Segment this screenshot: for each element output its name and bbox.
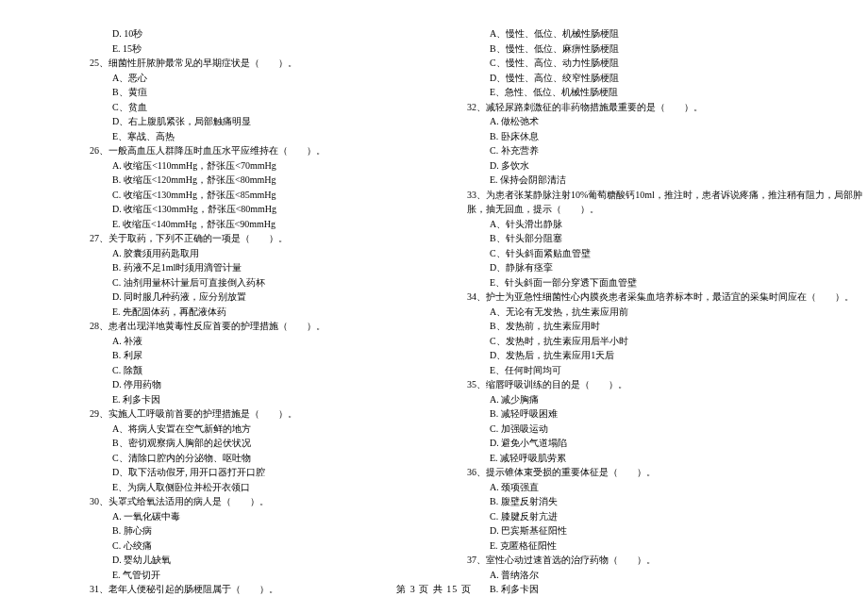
option-line: C、清除口腔内的分泌物、呕吐物 — [90, 451, 429, 466]
option-line: A、针头滑出静脉 — [467, 217, 862, 232]
question-line: 37、室性心动过速首选的治疗药物（ ）。 — [467, 553, 862, 568]
option-line: B. 腹壁反射消失 — [467, 494, 862, 509]
option-line: D、取下活动假牙, 用开口器打开口腔 — [90, 465, 429, 480]
option-line: C、贫血 — [90, 100, 429, 115]
option-line: C. 膝腱反射亢进 — [467, 509, 862, 524]
question-line: 33、为患者张某静脉注射10%葡萄糖酸钙10ml，推注时，患者诉说疼痛，推注稍有… — [467, 188, 862, 203]
option-line: E. 减轻呼吸肌劳累 — [467, 451, 862, 466]
option-line: D. 停用药物 — [90, 377, 429, 392]
option-line: B、慢性、低位、麻痹性肠梗阻 — [467, 41, 862, 57]
option-line: E. 15秒 — [90, 41, 429, 57]
question-line: 35、缩唇呼吸训练的目的是（ ）。 — [467, 377, 862, 392]
option-line: C. 除颤 — [90, 363, 429, 378]
option-line: A. 颈项强直 — [467, 480, 862, 495]
option-line: D、静脉有痉挛 — [467, 260, 862, 275]
option-line: C、针头斜面紧贴血管壁 — [467, 246, 862, 261]
page-content: D. 10秒E. 15秒25、细菌性肝脓肿最常见的早期症状是（ ）。A、恶心B、… — [0, 0, 868, 613]
option-line: D、发热后，抗生素应用1天后 — [467, 348, 862, 363]
option-line: D. 婴幼儿缺氧 — [90, 553, 429, 568]
option-line: C、发热时，抗生素应用后半小时 — [467, 334, 862, 349]
question-line: 28、患者出现洋地黄毒性反应首要的护理措施（ ）。 — [90, 319, 429, 334]
page-footer: 第 3 页 共 15 页 — [0, 583, 868, 596]
option-line: A. 普纳洛尔 — [467, 568, 862, 583]
option-line: A、将病人安置在空气新鲜的地方 — [90, 422, 429, 437]
question-line: 胀，抽无回血，提示（ ）。 — [467, 202, 862, 217]
option-line: D、慢性、高位、绞窄性肠梗阻 — [467, 71, 862, 86]
option-line: B、密切观察病人胸部的起伏状况 — [90, 436, 429, 451]
option-line: E. 利多卡因 — [90, 392, 429, 407]
option-line: B、针头部分阻塞 — [467, 231, 862, 246]
option-line: B、黄疸 — [90, 85, 429, 100]
option-line: E、任何时间均可 — [467, 363, 862, 378]
option-line: B. 利尿 — [90, 348, 429, 363]
option-line: A. 收缩压<110mmHg，舒张压<70mmHg — [90, 158, 429, 174]
question-line: 34、护士为亚急性细菌性心内膜炎患者采集血培养标本时，最适宜的采集时间应在（ ）… — [467, 290, 862, 305]
option-line: E、寒战、高热 — [90, 129, 429, 144]
option-line: C. 油剂用量杯计量后可直接倒入药杯 — [90, 275, 429, 290]
option-line: E、急性、低位、机械性肠梗阻 — [467, 85, 862, 100]
option-line: A、无论有无发热，抗生素应用前 — [467, 305, 862, 320]
option-line: B. 卧床休息 — [467, 129, 862, 144]
option-line: A、慢性、低位、机械性肠梗阻 — [467, 26, 862, 41]
right-column: A、慢性、低位、机械性肠梗阻B、慢性、低位、麻痹性肠梗阻C、慢性、高位、动力性肠… — [467, 26, 862, 597]
option-line: E. 先配固体药，再配液体药 — [90, 305, 429, 320]
option-line: A. 减少胸痛 — [467, 392, 862, 407]
option-line: B. 药液不足1ml时须用滴管计量 — [90, 260, 429, 275]
question-line: 30、头罩式给氧法适用的病人是（ ）。 — [90, 494, 429, 509]
option-line: A. 补液 — [90, 334, 429, 349]
option-line: B. 减轻呼吸困难 — [467, 406, 862, 422]
option-line: D. 巴宾斯基征阳性 — [467, 523, 862, 538]
left-column: D. 10秒E. 15秒25、细菌性肝脓肿最常见的早期症状是（ ）。A、恶心B、… — [90, 26, 429, 597]
option-line: E、为病人取侧卧位并松开衣领口 — [90, 480, 429, 495]
option-line: E. 收缩压<140mmHg，舒张压<90mmHg — [90, 217, 429, 232]
option-line: A、恶心 — [90, 71, 429, 86]
option-line: D. 避免小气道塌陷 — [467, 436, 862, 451]
option-line: C. 心绞痛 — [90, 538, 429, 554]
option-line: C. 补充营养 — [467, 143, 862, 158]
option-line: C. 收缩压<130mmHg，舒张压<85mmHg — [90, 188, 429, 203]
option-line: B、发热前，抗生素应用时 — [467, 319, 862, 334]
question-line: 26、一般高血压人群降压时血压水平应维持在（ ）。 — [90, 143, 429, 158]
option-line: D. 同时服几种药液，应分别放置 — [90, 290, 429, 305]
option-line: A. 做松弛术 — [467, 114, 862, 129]
option-line: B. 肺心病 — [90, 523, 429, 538]
question-line: 27、关于取药，下列不正确的一项是（ ）。 — [90, 231, 429, 246]
question-line: 29、实施人工呼吸前首要的护理措施是（ ）。 — [90, 406, 429, 422]
option-line: E. 气管切开 — [90, 568, 429, 583]
option-line: D. 收缩压<130mmHg，舒张压<80mmHg — [90, 202, 429, 217]
option-line: E. 保持会阴部清洁 — [467, 173, 862, 188]
option-line: A. 一氧化碳中毒 — [90, 509, 429, 524]
question-line: 32、减轻尿路刺激征的非药物措施最重要的是（ ）。 — [467, 100, 862, 115]
option-line: C、慢性、高位、动力性肠梗阻 — [467, 56, 862, 71]
option-line: B. 收缩压<120mmHg，舒张压<80mmHg — [90, 173, 429, 188]
option-line: D. 多饮水 — [467, 158, 862, 174]
question-line: 36、提示锥体束受损的重要体征是（ ）。 — [467, 465, 862, 480]
option-line: E、针头斜面一部分穿透下面血管壁 — [467, 275, 862, 290]
option-line: D、右上腹肌紧张，局部触痛明显 — [90, 114, 429, 129]
question-line: 25、细菌性肝脓肿最常见的早期症状是（ ）。 — [90, 56, 429, 71]
option-line: D. 10秒 — [90, 26, 429, 41]
option-line: A. 胶囊须用药匙取用 — [90, 246, 429, 261]
option-line: C. 加强吸运动 — [467, 422, 862, 437]
option-line: E. 克匿格征阳性 — [467, 538, 862, 554]
